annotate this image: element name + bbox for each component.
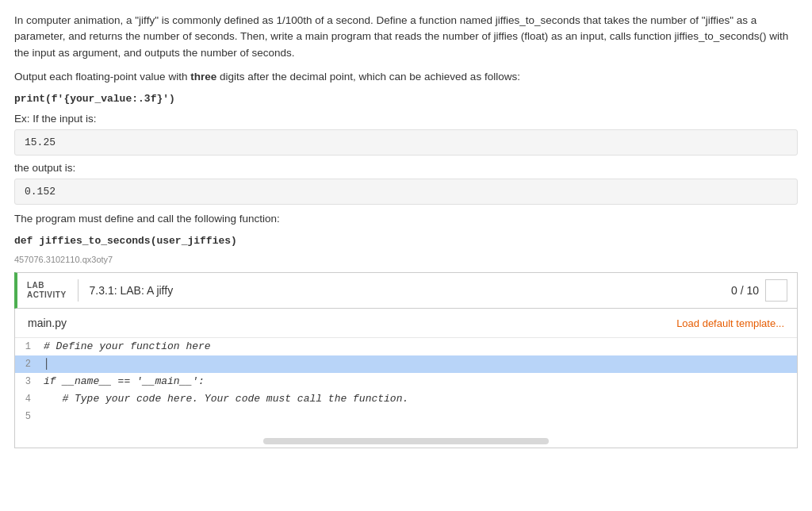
load-template-button[interactable]: Load default template... bbox=[676, 317, 784, 329]
example-label: Ex: If the input is: bbox=[14, 113, 798, 125]
line-num-3: 3 bbox=[15, 373, 39, 390]
print-code: print(f'{your_value:.3f}') bbox=[14, 93, 798, 105]
line-num-5: 5 bbox=[15, 408, 39, 425]
line-content-2: │ bbox=[39, 355, 50, 373]
line-content-4: # Type your code here. Your code must ca… bbox=[39, 390, 408, 408]
line-content-5 bbox=[39, 408, 50, 425]
line-content-1: # Define your function here bbox=[39, 338, 211, 355]
line-num-2: 2 bbox=[15, 355, 39, 373]
function-def: def jiffies_to_seconds(user_jiffies) bbox=[14, 235, 798, 247]
editor-header: main.py Load default template... bbox=[15, 309, 797, 338]
line-num-1: 1 bbox=[15, 338, 39, 355]
code-line-4: 4 # Type your code here. Your code must … bbox=[15, 390, 797, 408]
line-content-3: if __name__ == '__main__': bbox=[39, 373, 205, 390]
lab-label: LAB ACTIVITY bbox=[27, 281, 67, 300]
output-instruction: Output each floating-point value with th… bbox=[14, 69, 798, 85]
code-line-1: 1 # Define your function here bbox=[15, 338, 797, 355]
editor-filename: main.py bbox=[28, 317, 67, 329]
intro-paragraph: In computer animation, a "jiffy" is comm… bbox=[14, 13, 798, 61]
code-line-3: 3 if __name__ == '__main__': bbox=[15, 373, 797, 390]
output-bold-text: three bbox=[190, 71, 216, 83]
code-line-2: 2 │ bbox=[15, 355, 797, 373]
score-box bbox=[765, 279, 787, 302]
example-output-box: 0.152 bbox=[14, 179, 798, 205]
line-num-4: 4 bbox=[15, 390, 39, 408]
output-label: the output is: bbox=[14, 162, 798, 174]
lab-score: 0 / 10 bbox=[731, 284, 759, 297]
lab-divider bbox=[78, 279, 79, 302]
lab-activity-bar: LAB ACTIVITY 7.3.1: LAB: A jiffy 0 / 10 bbox=[14, 272, 798, 309]
example-input-box: 15.25 bbox=[14, 129, 798, 156]
code-editor[interactable]: 1 # Define your function here 2 │ 3 if _… bbox=[15, 338, 797, 433]
function-note: The program must define and call the fol… bbox=[14, 211, 798, 227]
scrollbar-area bbox=[15, 433, 797, 448]
activity-id: 457076.3102110.qx3oty7 bbox=[14, 255, 798, 264]
horizontal-scrollbar[interactable] bbox=[263, 438, 549, 444]
lab-title: 7.3.1: LAB: A jiffy bbox=[90, 284, 731, 297]
code-line-5: 5 bbox=[15, 408, 797, 425]
code-editor-container: main.py Load default template... 1 # Def… bbox=[14, 309, 798, 448]
